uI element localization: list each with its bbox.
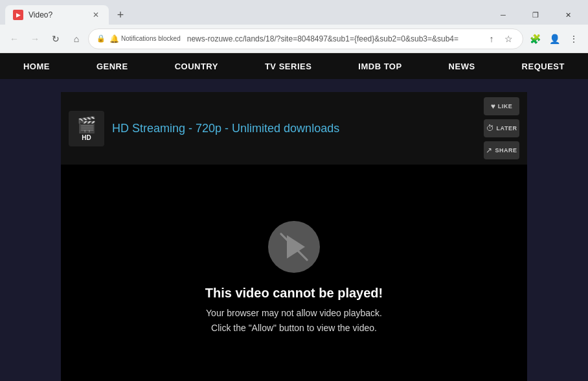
tab-title: Video? (28, 10, 85, 19)
hd-label: HD (82, 134, 91, 141)
minimize-button[interactable]: ─ (488, 5, 518, 25)
new-tab-button[interactable]: + (111, 6, 130, 24)
play-circle-icon (268, 221, 320, 273)
error-title: This video cannot be played! (205, 286, 383, 301)
url-bar[interactable]: 🔒 🔔 Notifications blocked news-rozuwe.cc… (88, 29, 523, 49)
url-text: news-rozuwe.cc/lands/18/?site=8048497&su… (187, 34, 481, 43)
window-controls: ─ ❐ ✕ (488, 5, 583, 25)
close-button[interactable]: ✕ (553, 5, 583, 25)
video-title: HD Streaming - 720p - Unlimited download… (112, 122, 339, 135)
menu-button[interactable]: ⋮ (565, 30, 583, 48)
tab-favicon: ▶ (13, 10, 23, 20)
share-button[interactable]: ↗ SHARE (484, 141, 519, 159)
nav-news[interactable]: NEWS (438, 55, 486, 78)
back-button[interactable]: ← (5, 30, 23, 48)
profile-button[interactable]: 👤 (545, 30, 563, 48)
nav-tv-series[interactable]: TV SERIES (254, 55, 322, 78)
later-button[interactable]: ⏱ LATER (484, 119, 519, 137)
share-arrow-icon: ↗ (486, 146, 492, 155)
nav-country[interactable]: COUNTRY (164, 55, 229, 78)
notifications-blocked-label: 🔔 Notifications blocked (109, 34, 181, 43)
browser-window: ▶ Video? ✕ + ─ ❐ ✕ ← → ↻ ⌂ 🔒 🔔 Notificat… (0, 0, 588, 381)
nav-genre[interactable]: GENRE (86, 55, 139, 78)
address-bar: ← → ↻ ⌂ 🔒 🔔 Notifications blocked news-r… (0, 25, 588, 53)
like-button[interactable]: ♥ LIKE (484, 97, 519, 115)
site-navigation: HOME GENRE COUNTRY TV SERIES IMDB TOP NE… (0, 53, 588, 79)
clock-icon: ⏱ (486, 124, 494, 133)
video-side-buttons: ♥ LIKE ⏱ LATER ↗ SHARE (484, 97, 519, 159)
lock-icon: 🔒 (96, 34, 106, 43)
like-label: LIKE (498, 103, 513, 110)
restore-button[interactable]: ❐ (521, 5, 550, 25)
film-reel-icon: 🎬 (77, 116, 96, 134)
reload-button[interactable]: ↻ (47, 30, 65, 48)
heart-icon: ♥ (491, 102, 495, 111)
video-header: 🎬 HD HD Streaming - 720p - Unlimited dow… (61, 92, 527, 165)
bell-icon: 🔔 (109, 34, 119, 43)
later-label: LATER (497, 125, 517, 132)
extensions-button[interactable]: 🧩 (526, 30, 544, 48)
home-button[interactable]: ⌂ (67, 30, 85, 48)
video-wrapper: 🎬 HD HD Streaming - 720p - Unlimited dow… (61, 92, 527, 381)
url-action-icons: ↑ ☆ (485, 32, 515, 45)
nav-home[interactable]: HOME (13, 55, 60, 78)
bookmark-icon[interactable]: ☆ (502, 32, 515, 45)
forward-button[interactable]: → (26, 30, 44, 48)
hd-badge: 🎬 HD (69, 111, 104, 146)
error-body: Your browser may not allow video playbac… (206, 306, 382, 335)
nav-imdb-top[interactable]: IMDB TOP (348, 55, 412, 78)
play-triangle (287, 235, 305, 259)
tab-bar: ▶ Video? ✕ + ─ ❐ ✕ (0, 0, 588, 25)
share-label: SHARE (495, 147, 517, 154)
share-icon[interactable]: ↑ (485, 32, 498, 45)
toolbar-icons: 🧩 👤 ⋮ (526, 30, 583, 48)
page-content: 🎬 HD HD Streaming - 720p - Unlimited dow… (0, 79, 588, 381)
tab-close-button[interactable]: ✕ (91, 10, 101, 20)
nav-request[interactable]: REQUEST (512, 55, 575, 78)
active-tab[interactable]: ▶ Video? ✕ (5, 5, 109, 25)
video-player[interactable]: This video cannot be played! Your browse… (61, 165, 527, 381)
